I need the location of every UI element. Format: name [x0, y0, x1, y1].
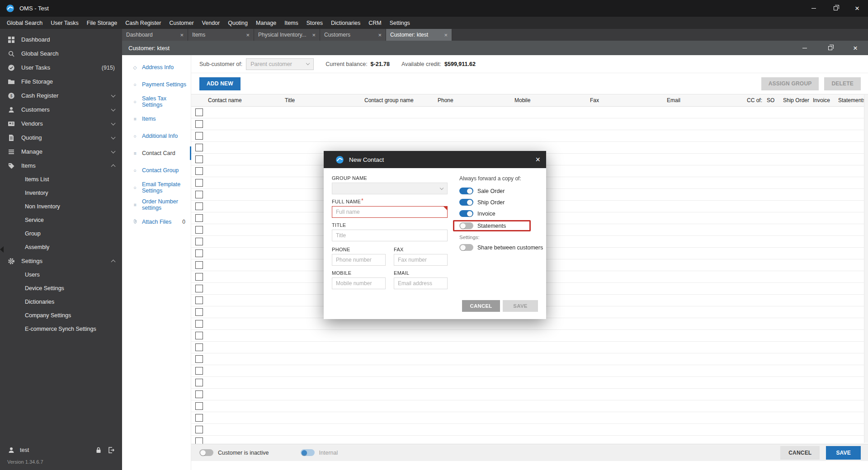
menu-item-dictionaries[interactable]: Dictionaries — [327, 17, 364, 29]
tab-customers[interactable]: Customers — [320, 29, 386, 41]
menu-item-quoting[interactable]: Quoting — [224, 17, 252, 29]
logout-icon[interactable] — [107, 446, 115, 454]
menu-item-cash-register[interactable]: Cash Register — [121, 17, 165, 29]
tab-physical-inventory[interactable]: Physical Inventory... — [254, 29, 320, 41]
row-checkbox[interactable] — [195, 155, 203, 163]
parent-customer-select[interactable]: Parent customer — [246, 58, 314, 70]
sale-order-toggle[interactable] — [459, 188, 473, 194]
sidebar-item-assembly[interactable]: Assembly — [0, 240, 122, 254]
share-between-customers-toggle[interactable] — [459, 244, 473, 251]
sidebar-item-vendors[interactable]: Vendors — [0, 117, 122, 131]
row-checkbox[interactable] — [195, 320, 203, 328]
menu-item-stores[interactable]: Stores — [302, 17, 327, 29]
modal-cancel-button[interactable]: CANCEL — [462, 300, 500, 312]
row-checkbox[interactable] — [195, 202, 203, 210]
row-checkbox[interactable] — [195, 367, 203, 375]
sidebar-item-ecommerce-synch-settings[interactable]: E-commerce Synch Settings — [0, 322, 122, 336]
row-checkbox[interactable] — [195, 426, 203, 433]
sidebar-item-items[interactable]: Items — [0, 159, 122, 173]
sidebar-item-cash-register[interactable]: $ Cash Register — [0, 89, 122, 103]
nav-item-contact-card[interactable]: Contact Card — [122, 145, 191, 162]
tab-dashboard[interactable]: Dashboard — [122, 29, 188, 41]
add-new-button[interactable]: ADD NEW — [199, 77, 241, 90]
row-checkbox[interactable] — [195, 296, 203, 304]
tab-customer-ktest[interactable]: Customer: ktest — [386, 29, 452, 41]
close-button[interactable] — [846, 0, 868, 17]
sidebar-item-non-inventory[interactable]: Non Inventory — [0, 200, 122, 213]
row-checkbox[interactable] — [195, 108, 203, 116]
minimize-button[interactable] — [803, 0, 825, 17]
nav-item-contact-group[interactable]: Contact Group — [122, 162, 191, 179]
row-checkbox[interactable] — [195, 132, 203, 140]
menu-item-crm[interactable]: CRM — [364, 17, 385, 29]
sidebar-item-quoting[interactable]: Quoting — [0, 131, 122, 145]
sidebar-collapse-arrow[interactable] — [0, 246, 4, 253]
nav-item-email-template-settings[interactable]: Email Template Settings — [122, 179, 191, 196]
sidebar-item-service[interactable]: Service — [0, 213, 122, 227]
mobile-input[interactable] — [332, 277, 386, 289]
nav-item-order-number-settings[interactable]: Order Number settings — [122, 196, 191, 213]
statements-toggle[interactable] — [459, 222, 473, 229]
menu-item-items[interactable]: Items — [280, 17, 302, 29]
row-checkbox[interactable] — [195, 120, 203, 128]
tab-close-icon[interactable] — [378, 32, 382, 38]
customer-save-button[interactable]: SAVE — [826, 446, 861, 460]
row-checkbox[interactable] — [195, 261, 203, 269]
group-name-select[interactable] — [332, 183, 448, 194]
nav-item-additional-info[interactable]: Additional Info — [122, 127, 191, 145]
full-name-input[interactable] — [332, 206, 448, 218]
sidebar-item-manage[interactable]: Manage — [0, 145, 122, 159]
nav-item-sales-tax-settings[interactable]: Sales Tax Settings — [122, 93, 191, 110]
row-checkbox[interactable] — [195, 285, 203, 292]
row-checkbox[interactable] — [195, 390, 203, 398]
inner-minimize-button[interactable] — [792, 41, 817, 55]
menu-item-settings[interactable]: Settings — [386, 17, 414, 29]
row-checkbox[interactable] — [195, 249, 203, 257]
row-checkbox[interactable] — [195, 437, 203, 444]
row-checkbox[interactable] — [195, 343, 203, 351]
sidebar-item-file-storage[interactable]: File Storage — [0, 75, 122, 89]
restore-button[interactable] — [825, 0, 846, 17]
row-checkbox[interactable] — [195, 226, 203, 234]
sidebar-item-device-settings[interactable]: Device Settings — [0, 282, 122, 295]
row-checkbox[interactable] — [195, 402, 203, 410]
assign-group-button[interactable]: ASSIGN GROUP — [761, 77, 819, 90]
row-checkbox[interactable] — [195, 191, 203, 198]
customer-cancel-button[interactable]: CANCEL — [780, 446, 820, 460]
customer-inactive-toggle[interactable] — [199, 449, 213, 456]
sidebar-item-items-list[interactable]: Items List — [0, 173, 122, 186]
sidebar-item-dashboard[interactable]: Dashboard — [0, 33, 122, 47]
row-checkbox[interactable] — [195, 379, 203, 386]
lock-icon[interactable] — [94, 446, 102, 454]
sidebar-item-customers[interactable]: Customers — [0, 103, 122, 117]
tab-close-icon[interactable] — [312, 32, 316, 38]
nav-item-address-info[interactable]: Address Info — [122, 59, 191, 76]
vertical-scrollbar[interactable] — [864, 94, 868, 443]
phone-input[interactable] — [332, 254, 386, 266]
row-checkbox[interactable] — [195, 144, 203, 151]
fax-input[interactable] — [394, 254, 448, 266]
email-input[interactable] — [394, 277, 448, 289]
sidebar-item-inventory[interactable]: Inventory — [0, 186, 122, 200]
inner-restore-button[interactable] — [817, 41, 843, 55]
ship-order-toggle[interactable] — [459, 199, 473, 206]
title-input[interactable] — [332, 230, 448, 241]
modal-close-icon[interactable] — [535, 155, 540, 164]
inner-close-button[interactable] — [843, 41, 868, 55]
sidebar-item-users[interactable]: Users — [0, 268, 122, 282]
sidebar-item-group[interactable]: Group — [0, 227, 122, 240]
menu-item-user-tasks[interactable]: User Tasks — [47, 17, 83, 29]
nav-item-attach-files[interactable]: Attach Files 0 — [122, 213, 191, 230]
sidebar-item-global-search[interactable]: Global Search — [0, 47, 122, 61]
tab-items[interactable]: Items — [188, 29, 254, 41]
menu-item-file-storage[interactable]: File Storage — [83, 17, 121, 29]
row-checkbox[interactable] — [195, 179, 203, 187]
row-checkbox[interactable] — [195, 308, 203, 316]
row-checkbox[interactable] — [195, 355, 203, 363]
menu-item-vendor[interactable]: Vendor — [198, 17, 224, 29]
sidebar-item-settings[interactable]: Settings — [0, 254, 122, 268]
row-checkbox[interactable] — [195, 238, 203, 245]
sidebar-item-company-settings[interactable]: Company Settings — [0, 309, 122, 322]
menu-item-customer[interactable]: Customer — [165, 17, 198, 29]
menu-item-global-search[interactable]: Global Search — [3, 17, 47, 29]
